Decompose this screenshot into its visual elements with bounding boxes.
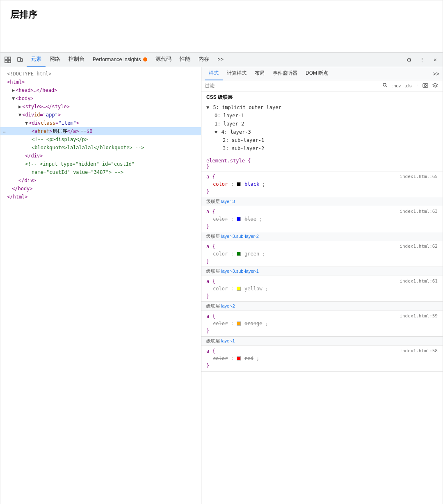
layer-triangle-outer[interactable]: ▼ (206, 105, 209, 110)
layer-triangle-3[interactable]: ▼ (215, 129, 217, 135)
section-header-layer1: 级联层 layer-1 (201, 337, 443, 346)
dom-panel: <!DOCTYPE html> <html> ▶ <head>…</head> … (0, 67, 201, 504)
styles-tab-bar: 样式 计算样式 布局 事件监听器 DOM 断点 >> (201, 67, 443, 80)
inspect-icon[interactable] (2, 54, 14, 66)
swatch-orange[interactable] (237, 322, 241, 326)
device-icon[interactable] (14, 54, 26, 66)
css-rule-yellow: index1.html:61 a { color : yellow ; } (201, 276, 443, 302)
tab-sources[interactable]: 源代码 (151, 52, 176, 67)
tab-elements[interactable]: 元素 (27, 52, 46, 67)
tab-console[interactable]: 控制台 (64, 52, 89, 67)
tab-performance[interactable]: 性能 (176, 52, 194, 67)
dom-line-a-href[interactable]: … <a href>层排序</a>== $0 (0, 127, 201, 135)
cls-button[interactable]: .cls (404, 83, 413, 89)
rule-link-61[interactable]: index1.html:61 (400, 278, 438, 285)
layer-item-implicit-outer[interactable]: ▼ 5: implicit outer layer (206, 103, 438, 112)
element-style-rule: element.style { } (201, 156, 443, 171)
tab-network[interactable]: 网络 (46, 52, 64, 67)
dom-line-div-item[interactable]: ▼ <div class="item"> (0, 119, 201, 127)
layers-button[interactable] (431, 82, 439, 89)
dom-line-body-open[interactable]: ▼ <body> (0, 94, 201, 103)
collapse-app-icon[interactable]: ▼ (18, 111, 21, 119)
layer3-link[interactable]: layer-3 (221, 199, 235, 204)
layer3-sub-layer1-link[interactable]: layer-3.sub-layer-1 (221, 269, 259, 274)
css-rule-red: index1.html:58 a { color : red ; } (201, 346, 443, 372)
layer-item-sub-2: 3: sub-layer-2 (206, 144, 438, 153)
more-options-button[interactable]: ⋮ (416, 54, 428, 66)
expand-style-icon[interactable]: ▶ (18, 103, 21, 110)
section-header-layer3-sub1: 级联层 layer-3.sub-layer-1 (201, 267, 443, 276)
svg-rect-2 (5, 60, 7, 63)
add-style-button[interactable]: + (415, 83, 420, 89)
tab-layout[interactable]: 布局 (251, 67, 269, 80)
layer-tree: ▼ 5: implicit outer layer 0: layer-1 1: … (201, 103, 443, 156)
rule-link-65[interactable]: index1.html:65 (400, 173, 438, 180)
rule-link-62[interactable]: index1.html:62 (400, 243, 438, 250)
section-header-layer3: 级联层 layer-3 (201, 197, 443, 206)
dom-line-div-app[interactable]: ▼ <div id="app"> (0, 111, 201, 119)
styles-more-tabs[interactable]: >> (433, 71, 439, 77)
devtools-container: 元素 网络 控制台 Performance insights 源代码 性能 内存 (0, 52, 443, 504)
collapse-body-icon[interactable]: ▼ (12, 95, 15, 102)
settings-button[interactable]: ⚙ (403, 54, 415, 66)
tab-event-listeners[interactable]: 事件监听器 (269, 67, 301, 80)
dom-line-html[interactable]: <html> (0, 78, 201, 86)
svg-marker-11 (433, 83, 438, 86)
layer3-sub-layer2-link[interactable]: layer-3.sub-layer-2 (221, 234, 259, 239)
dom-line-head[interactable]: ▶ <head>…</head> (0, 86, 201, 94)
css-rule-block-black: index1.html:65 a { color : black ; } (201, 171, 443, 197)
svg-rect-3 (8, 60, 11, 63)
css-cascade-header: CSS 级联层 (201, 91, 443, 103)
layer-item-4[interactable]: ▼ 4: layer-3 (206, 128, 438, 136)
rule-link-63[interactable]: index1.html:63 (400, 208, 438, 215)
dots-indicator: … (3, 128, 6, 135)
css-rule-black: index1.html:65 a { color : black ; } (201, 171, 443, 197)
rule-link-58[interactable]: index1.html:58 (400, 347, 438, 355)
tab-more[interactable]: >> (213, 52, 228, 67)
dom-line-close-div-app: </div> (0, 176, 201, 185)
svg-line-7 (386, 86, 387, 87)
svg-point-6 (383, 83, 386, 86)
layer-item-0: 0: layer-1 (206, 112, 438, 120)
page-title: 层排序 (0, 0, 443, 27)
tab-memory[interactable]: 内存 (194, 52, 213, 67)
dom-line-comment-input-1: <!-- <input type="hidden" id="custId" (0, 160, 201, 168)
section-header-layer3-sub2: 级联层 layer-3.sub-layer-2 (201, 232, 443, 241)
tab-computed[interactable]: 计算样式 (223, 67, 251, 80)
screenshot-button[interactable] (421, 82, 429, 89)
layer-item-sub-1: 2: sub-layer-1 (206, 136, 438, 144)
dom-line-doctype: <!DOCTYPE html> (0, 70, 201, 78)
dom-line-style[interactable]: ▶ <style>…</style> (0, 103, 201, 111)
css-rule-blue: index1.html:63 a { color : blue ; } (201, 206, 443, 232)
css-rule-orange: index1.html:59 a { color : orange ; } (201, 311, 443, 337)
svg-rect-4 (18, 57, 21, 62)
tab-dom-breakpoints[interactable]: DOM 断点 (301, 67, 332, 80)
filter-icon[interactable] (381, 82, 389, 89)
layer1-link[interactable]: layer-1 (221, 338, 235, 343)
dom-line-close-body: </body> (0, 185, 201, 193)
css-rule-green: index1.html:62 a { color : green ; } (201, 241, 443, 267)
svg-point-10 (425, 84, 427, 87)
rule-link-59[interactable]: index1.html:59 (400, 312, 438, 320)
swatch-green[interactable] (237, 252, 241, 256)
layer2-link[interactable]: layer-2 (221, 303, 235, 308)
swatch-black[interactable] (237, 182, 241, 186)
swatch-yellow[interactable] (237, 287, 241, 291)
expand-head-icon[interactable]: ▶ (12, 87, 15, 94)
tab-styles[interactable]: 样式 (205, 67, 223, 80)
dom-line-close-div-item: </div> (0, 152, 201, 160)
swatch-red[interactable] (237, 356, 241, 360)
tab-actions: ⚙ ⋮ × (403, 54, 441, 66)
hov-button[interactable]: :hov (391, 83, 402, 89)
page-wrapper: 层排序 元素 (0, 0, 443, 504)
collapse-item-icon[interactable]: ▼ (25, 119, 28, 127)
tab-performance-insights[interactable]: Performance insights (89, 52, 151, 67)
swatch-blue[interactable] (237, 217, 241, 221)
close-devtools-button[interactable]: × (429, 54, 441, 66)
filter-actions: :hov .cls + (381, 82, 439, 89)
dom-line-comment-blockquote: <blockquote>lalalalal</blockquote> --> (0, 144, 201, 152)
filter-input[interactable] (205, 83, 379, 89)
styles-panel: 样式 计算样式 布局 事件监听器 DOM 断点 >> (201, 67, 443, 504)
performance-badge-icon (143, 57, 147, 62)
svg-rect-1 (8, 57, 11, 59)
